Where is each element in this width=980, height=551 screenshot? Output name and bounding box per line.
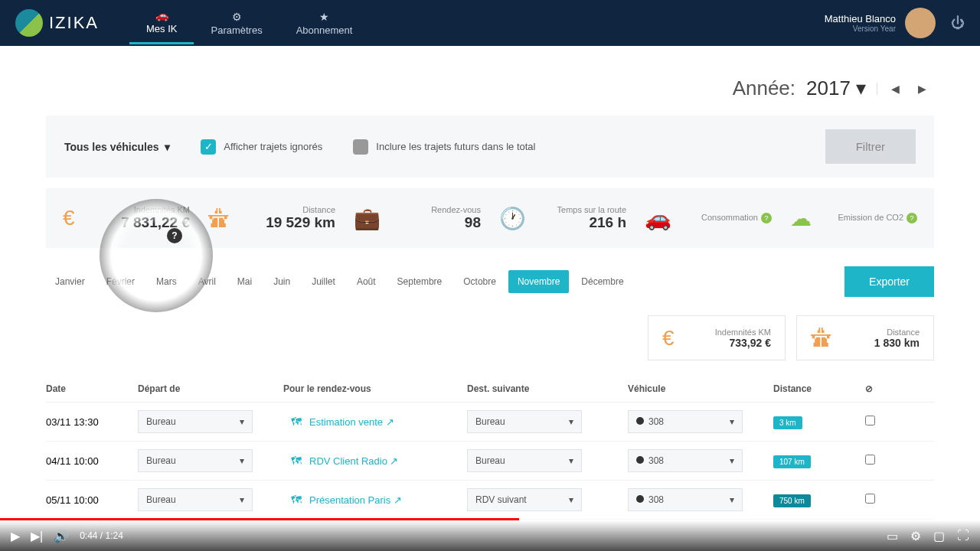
help-icon[interactable]: ? (906, 213, 917, 223)
month-octobre[interactable]: Octobre (454, 270, 505, 293)
road-icon: 🛣 (208, 206, 230, 231)
vehicle-select[interactable]: 308▾ (628, 449, 743, 472)
vehicle-dropdown[interactable]: Tous les véhicules ▾ (64, 141, 170, 153)
stat-label: Temps sur la route (534, 205, 626, 214)
col-distance: Distance (773, 383, 865, 394)
dest-select[interactable]: RDV suivant▾ (467, 488, 582, 511)
power-icon[interactable]: ⏻ (951, 15, 965, 31)
month-stat-indemnites: € Indemnités KM 733,92 € (648, 315, 786, 360)
stat-rdv: 💼 Rendez-vous 98 (345, 205, 490, 231)
cell-date: 03/11 13:30 (46, 416, 138, 428)
distance-badge: 750 km (773, 494, 811, 507)
col-rdv: Pour le rendez-vous (283, 383, 467, 394)
year-nav[interactable]: ◀ ▶ (877, 83, 934, 95)
month-avril[interactable]: Avril (189, 270, 225, 293)
col-dest: Dest. suivante (467, 383, 628, 394)
user-plan: Version Year (825, 24, 896, 33)
table-row: 04/11 10:00Bureau▾🗺RDV Client Radio ↗Bur… (46, 442, 934, 481)
month-novembre[interactable]: Novembre (508, 270, 569, 293)
stat-label: Distance (843, 328, 920, 337)
dest-select[interactable]: Bureau▾ (467, 449, 582, 472)
filter-button[interactable]: Filtrer (825, 129, 916, 164)
stat-co2: ☁ Emission de CO2? (781, 205, 926, 231)
stat-label: Indemnités KM (685, 328, 771, 337)
euro-icon: € (63, 206, 75, 230)
rdv-link[interactable]: RDV Client Radio ↗ (309, 455, 399, 467)
depart-select[interactable]: Bureau▾ (138, 410, 253, 433)
checkbox-label: Afficher trajets ignorés (224, 141, 322, 152)
stat-label: Rendez-vous (388, 205, 481, 214)
vehicle-select[interactable]: 308▾ (628, 410, 743, 433)
col-date: Date (46, 383, 138, 394)
checkbox-future[interactable]: Inclure les trajets futurs dans le total (353, 139, 535, 155)
month-février[interactable]: Février (97, 270, 144, 293)
stat-value: 216 h (534, 214, 626, 231)
map-icon[interactable]: 🗺 (291, 455, 302, 467)
depart-select[interactable]: Bureau▾ (138, 488, 253, 511)
month-stat-distance: 🛣 Distance 1 830 km (796, 315, 934, 360)
rdv-link[interactable]: Estimation vente ↗ (309, 416, 394, 428)
check-icon: ✓ (201, 139, 216, 155)
map-icon[interactable]: 🗺 (291, 416, 302, 428)
stat-label: Distance (237, 205, 335, 214)
month-juillet[interactable]: Juillet (302, 270, 345, 293)
avatar[interactable] (905, 8, 936, 38)
volume-icon[interactable]: 🔊 (54, 529, 69, 543)
nav-parametres[interactable]: ⚙ Paramètres (194, 3, 279, 44)
export-button[interactable]: Exporter (844, 266, 934, 297)
month-juin[interactable]: Juin (264, 270, 299, 293)
nav-label: Abonnement (296, 24, 353, 36)
col-vehicule: Véhicule (628, 383, 773, 394)
nav-label: Mes IK (146, 23, 177, 34)
nav-abonnement[interactable]: ★ Abonnement (279, 3, 370, 44)
help-icon[interactable]: ? (761, 213, 772, 223)
car-icon: 🚗 (645, 206, 671, 231)
stat-value: 98 (388, 214, 481, 231)
depart-select[interactable]: Bureau▾ (138, 449, 253, 472)
distance-badge: 3 km (773, 416, 802, 429)
stat-consommation: 🚗 Consommation? (635, 205, 781, 231)
ignore-checkbox[interactable] (865, 416, 875, 425)
checkbox-ignored[interactable]: ✓ Afficher trajets ignorés (201, 139, 322, 155)
check-icon (353, 139, 368, 155)
month-septembre[interactable]: Septembre (388, 270, 452, 293)
vehicle-select[interactable]: 308▾ (628, 488, 743, 511)
table-row: 03/11 13:30Bureau▾🗺Estimation vente ↗Bur… (46, 403, 934, 442)
cell-date: 05/11 10:00 (46, 494, 138, 506)
cell-date: 04/11 10:00 (46, 455, 138, 467)
star-icon: ★ (319, 11, 329, 23)
logo[interactable]: IZIKA (15, 9, 99, 37)
video-time: 0:44 / 1:24 (80, 530, 123, 541)
year-select[interactable]: 2017 ▾ (806, 77, 866, 100)
subtitle-icon[interactable]: ▭ (887, 529, 898, 543)
car-icon: 🚗 (155, 9, 168, 21)
fullscreen-icon[interactable]: ⛶ (957, 529, 969, 543)
briefcase-icon: 💼 (354, 206, 381, 231)
miniplayer-icon[interactable]: ▢ (933, 529, 945, 543)
year-label: Année: (733, 77, 795, 100)
rdv-link[interactable]: Présentation Paris ↗ (309, 494, 402, 506)
stat-value: 19 529 km (237, 214, 335, 231)
stat-indemnites: € Indemnités KM 7 831,22 € (54, 205, 199, 231)
next-icon[interactable]: ▶| (31, 529, 43, 543)
dest-select[interactable]: Bureau▾ (467, 410, 582, 433)
settings-icon[interactable]: ⚙ (910, 529, 921, 543)
nav-mes-ik[interactable]: 🚗 Mes IK (129, 2, 194, 44)
month-mai[interactable]: Mai (228, 270, 261, 293)
help-tooltip-icon[interactable]: ? (167, 228, 182, 243)
road-icon: 🛣 (811, 325, 832, 350)
brand-text: IZIKA (49, 13, 99, 33)
user-info[interactable]: Matthieu Blanco Version Year (825, 13, 896, 33)
stat-label: Emission de CO2? (819, 213, 917, 223)
user-name: Matthieu Blanco (825, 13, 896, 24)
month-janvier[interactable]: Janvier (46, 270, 94, 293)
map-icon[interactable]: 🗺 (291, 494, 302, 506)
month-août[interactable]: Août (348, 270, 385, 293)
euro-icon: € (662, 326, 675, 350)
month-décembre[interactable]: Décembre (572, 270, 632, 293)
ignore-checkbox[interactable] (865, 494, 875, 504)
ignore-checkbox[interactable] (865, 455, 875, 465)
video-controls: ▶ ▶| 🔊 0:44 / 1:24 ▭ ⚙ ▢ ⛶ (0, 520, 980, 551)
month-mars[interactable]: Mars (147, 270, 186, 293)
play-icon[interactable]: ▶ (11, 529, 20, 543)
